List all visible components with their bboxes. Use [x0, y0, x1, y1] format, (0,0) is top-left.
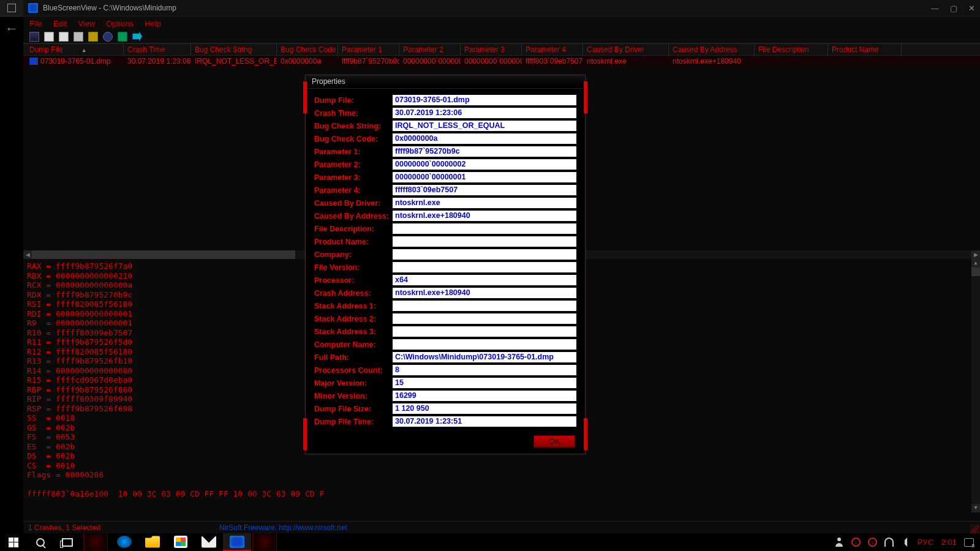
notifications-icon[interactable]	[964, 538, 974, 547]
lbl-crash-time: Crash Time:	[314, 109, 393, 118]
val-minor[interactable]: 16299	[393, 391, 576, 401]
lbl-caused-by-driver: Caused By Driver:	[314, 199, 393, 208]
sort-asc-icon: ▲	[81, 47, 87, 53]
close-button[interactable]: ✕	[968, 4, 975, 13]
val-stack2[interactable]	[393, 313, 576, 324]
exit-icon[interactable]	[132, 32, 142, 42]
menu-file[interactable]: File	[29, 19, 42, 28]
val-p1[interactable]: ffff9b87`95270b9c	[393, 146, 576, 157]
scroll-up-icon[interactable]: ▲	[971, 259, 980, 268]
maximize-button[interactable]: ▢	[950, 4, 957, 13]
grid-header: Dump File▲ Crash Time Bug Check String B…	[23, 43, 980, 56]
ok-button[interactable]: OK	[533, 435, 575, 448]
dialog-body: Dump File:073019-3765-01.dmp Crash Time:…	[306, 89, 585, 433]
val-bug-check-string[interactable]: IRQL_NOT_LESS_OR_EQUAL	[393, 121, 576, 131]
col-dump-file[interactable]: Dump File▲	[26, 44, 124, 55]
val-dump-file[interactable]: 073019-3765-01.dmp	[393, 95, 576, 105]
val-major[interactable]: 15	[393, 378, 576, 388]
start-button[interactable]	[0, 533, 27, 551]
menu-view[interactable]: View	[78, 19, 95, 28]
save-icon[interactable]	[29, 32, 39, 42]
clock[interactable]: 2:01	[941, 538, 957, 547]
scroll-right-icon[interactable]: ▶	[971, 250, 980, 259]
lbl-file-description: File Description:	[314, 225, 393, 233]
minimize-button[interactable]: —	[931, 4, 939, 13]
language-indicator[interactable]: РУС	[918, 538, 934, 547]
col-bug-check-string[interactable]: Bug Check String	[191, 44, 277, 55]
col-parameter-4[interactable]: Parameter 4	[522, 44, 583, 55]
resize-grip-icon[interactable]	[970, 525, 979, 533]
col-caused-by-address[interactable]: Caused By Address	[669, 44, 755, 55]
task-view-button[interactable]	[54, 533, 81, 551]
val-p3[interactable]: 00000000`00000001	[393, 172, 576, 182]
val-stack3[interactable]	[393, 326, 576, 337]
table-row[interactable]: 073019-3765-01.dmp 30.07.2019 1:23:06 IR…	[23, 56, 980, 67]
menu-edit[interactable]: Edit	[53, 19, 67, 28]
taskbar-app-mail[interactable]	[195, 533, 223, 551]
col-parameter-2[interactable]: Parameter 2	[399, 44, 461, 55]
user-icon[interactable]	[835, 538, 844, 547]
v-scrollbar-bottom[interactable]: ▲ ▼	[971, 259, 980, 512]
menu-help[interactable]: Help	[145, 19, 161, 28]
col-product-name[interactable]: Product Name	[828, 44, 902, 55]
wifi-icon[interactable]	[884, 538, 894, 547]
val-file-description[interactable]	[393, 223, 576, 234]
copy-icon[interactable]	[74, 32, 83, 42]
col-crash-time[interactable]: Crash Time	[124, 44, 191, 55]
host-back-button[interactable]: ←	[0, 17, 23, 41]
search-button[interactable]	[27, 533, 54, 551]
scroll-left-icon[interactable]: ◀	[23, 250, 32, 259]
report-icon[interactable]	[44, 32, 54, 42]
menu-options[interactable]: Options	[106, 19, 134, 28]
dump-file-icon	[29, 58, 38, 65]
col-file-description[interactable]: File Description	[755, 44, 828, 55]
scroll-thumb[interactable]	[32, 250, 295, 259]
col-parameter-3[interactable]: Parameter 3	[461, 44, 522, 55]
taskview-icon	[62, 538, 73, 547]
val-bug-check-code[interactable]: 0x0000000a	[393, 133, 576, 144]
properties-icon[interactable]	[88, 32, 98, 42]
taskbar-app-explorer[interactable]	[138, 533, 167, 551]
host-tab-icon[interactable]	[0, 0, 23, 17]
find-icon[interactable]	[103, 32, 113, 42]
val-proc-count[interactable]: 8	[393, 365, 576, 375]
val-product-name[interactable]	[393, 236, 576, 247]
val-p2[interactable]: 00000000`00000002	[393, 159, 576, 170]
col-parameter-1[interactable]: Parameter 1	[338, 44, 399, 55]
val-caused-by-address[interactable]: ntoskrnl.exe+180940	[393, 211, 576, 221]
taskbar-app-bluescreenview[interactable]	[223, 533, 251, 551]
app-icon	[28, 3, 38, 13]
lbl-bug-check-string: Bug Check String:	[314, 122, 393, 130]
taskbar-decor	[252, 533, 277, 551]
val-computer-name[interactable]	[393, 339, 576, 350]
val-size[interactable]: 1 120 950	[393, 403, 576, 414]
lbl-p2: Parameter 2:	[314, 160, 393, 169]
col-bug-check-code[interactable]: Bug Check Code	[277, 44, 338, 55]
lbl-dump-file: Dump File:	[314, 96, 393, 105]
val-time[interactable]: 30.07.2019 1:23:51	[393, 416, 576, 427]
val-stack1[interactable]	[393, 301, 576, 311]
download-icon[interactable]	[851, 538, 861, 547]
val-full-path[interactable]: C:\Windows\Minidump\073019-3765-01.dmp	[393, 352, 576, 362]
toolbar	[23, 30, 980, 43]
refresh-icon[interactable]	[118, 32, 127, 42]
val-caused-by-driver[interactable]: ntoskrnl.exe	[393, 198, 576, 208]
val-crash-time[interactable]: 30.07.2019 1:23:06	[393, 108, 576, 118]
registers-text: RAX = ffff9b879526f7a0 RBX = 00000000000…	[27, 261, 324, 498]
html-report-icon[interactable]	[59, 32, 69, 42]
lbl-product-name: Product Name:	[314, 238, 393, 246]
status-vendor-link[interactable]: NirSoft Freeware. http://www.nirsoft.net	[219, 523, 347, 532]
sync-icon[interactable]	[868, 538, 877, 547]
val-file-version[interactable]	[393, 262, 576, 272]
col-caused-by-driver[interactable]: Caused By Driver	[583, 44, 669, 55]
lbl-bug-check-code: Bug Check Code:	[314, 135, 393, 143]
scroll-thumb[interactable]	[971, 268, 980, 276]
val-processor[interactable]: x64	[393, 275, 576, 285]
taskbar-app-store[interactable]	[167, 533, 195, 551]
val-p4[interactable]: fffff803`09eb7507	[393, 185, 576, 195]
val-company[interactable]	[393, 249, 576, 260]
val-crash-address[interactable]: ntoskrnl.exe+180940	[393, 288, 576, 298]
scroll-down-icon[interactable]: ▼	[971, 504, 980, 512]
taskbar-app-edge[interactable]	[110, 533, 138, 551]
sound-icon[interactable]	[901, 538, 910, 547]
